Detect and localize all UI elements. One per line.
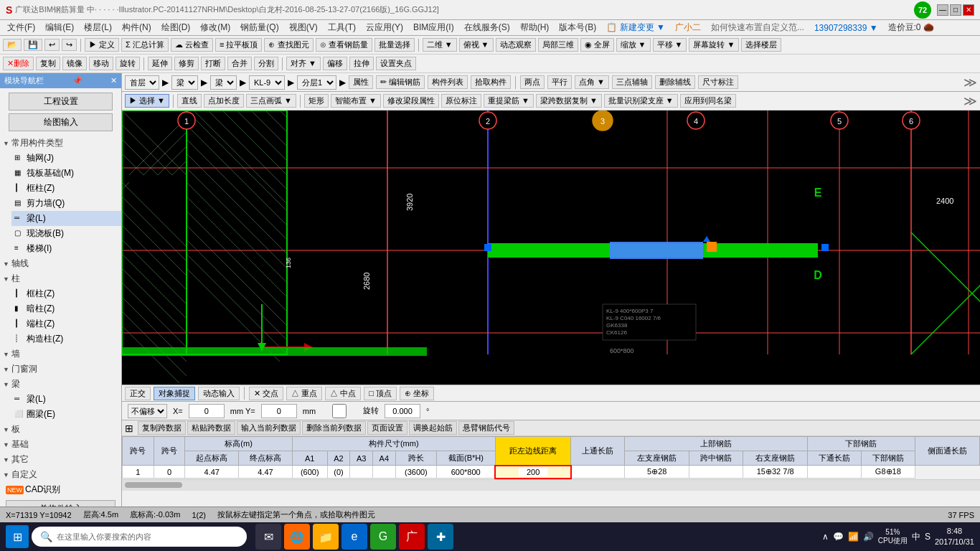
type-select[interactable]: 梁 (171, 75, 198, 90)
taskbar-app-ie[interactable]: e (341, 524, 367, 550)
toolbar-extend[interactable]: 延伸 (148, 57, 172, 70)
taskbar-app-gld[interactable]: 广 (399, 524, 425, 550)
menu-file[interactable]: 文件(F) (3, 20, 39, 35)
sidebar-group-door[interactable]: 门窗洞 (0, 362, 121, 377)
menu-gxe[interactable]: 广小二 (671, 20, 705, 35)
tb-del-aux[interactable]: 删除辅线 (655, 75, 695, 89)
toolbar-zoom[interactable]: 缩放 ▼ (616, 38, 651, 52)
toolbar-trim[interactable]: 修剪 (174, 57, 199, 70)
snap-vertex[interactable]: □ 顶点 (364, 387, 397, 400)
menu-online[interactable]: 在线服务(S) (460, 20, 514, 35)
sidebar-item-axis[interactable]: ⊞轴网(J) (11, 151, 121, 166)
draw-arc[interactable]: 三点画弧 ▼ (246, 94, 296, 108)
sidebar-item-slab[interactable]: ▢现浇板(B) (11, 226, 121, 241)
sidebar-drawing-import[interactable]: 绘图输入 (9, 113, 113, 131)
toolbar-merge[interactable]: 合并 (227, 57, 252, 70)
sidebar-item-stairs[interactable]: ≡楼梯(I) (11, 241, 121, 256)
taskbar-search[interactable]: 🔍 在这里输入你要搜索的内容 (32, 527, 247, 547)
sidebar-item-beam2[interactable]: ═梁(L) (11, 392, 121, 407)
snap-object[interactable]: 对象捕捉 (154, 387, 195, 400)
sidebar-item-端柱[interactable]: ┃端柱(Z) (11, 316, 121, 331)
snap-intersect[interactable]: ✕ 交点 (249, 387, 283, 400)
toolbar-expand[interactable]: ≫ (963, 75, 977, 90)
snap-midpt[interactable]: △ 重点 (286, 387, 322, 400)
sidebar-project-settings[interactable]: 工程设置 (9, 93, 113, 110)
sidebar-single-input[interactable]: 单构件输入 (6, 500, 116, 507)
tray-lang[interactable]: 中 (912, 531, 920, 543)
toolbar-batch-select[interactable]: 批量选择 (374, 38, 415, 52)
toolbar-cloud-check[interactable]: ☁ 云检查 (171, 38, 213, 52)
menu-help[interactable]: 帮助(H) (516, 20, 554, 35)
toolbar-undo[interactable]: ↩ (44, 39, 60, 51)
taskbar-app-file[interactable]: 📁 (313, 524, 339, 550)
draw-identify-support[interactable]: 批量识别梁支座 ▼ (604, 94, 678, 108)
rotate-input[interactable] (385, 404, 420, 418)
tray-network[interactable]: 📶 (848, 532, 859, 542)
toolbar-pan[interactable]: 平移 ▼ (653, 38, 687, 52)
toolbar-move[interactable]: 移动 (89, 57, 113, 70)
toolbar-level-slab[interactable]: ≡ 拉平板顶 (215, 38, 262, 52)
sidebar-group-found2[interactable]: 基础 (0, 437, 121, 452)
toolbar-dynamic[interactable]: 动态观察 (496, 38, 536, 52)
sidebar-item-shearwall[interactable]: ▤剪力墙(Q) (11, 196, 121, 211)
menu-phone[interactable]: 13907298339 ▼ (810, 22, 882, 34)
tray-arrow[interactable]: ∧ (822, 532, 829, 542)
toolbar-split[interactable]: 分割 (254, 57, 278, 70)
taskbar-time[interactable]: 8:48 2017/10/31 (935, 526, 974, 548)
sidebar-item-圈梁[interactable]: ⬜圈梁(E) (11, 407, 121, 422)
sidebar-item-beam[interactable]: ═梁(L) (11, 211, 121, 226)
table-scroll[interactable]: 跨号 跨号 标高(m) 构件尺寸(mm) 距左边线距离 上通长筋 上部钢筋 下部… (122, 436, 980, 479)
sidebar-group-beam2[interactable]: 梁 (0, 377, 121, 392)
menu-quickset[interactable]: 如何快速布置自定义范... (707, 20, 809, 35)
draw-rect[interactable]: 矩形 (304, 94, 329, 108)
menu-edit[interactable]: 编辑(E) (41, 20, 78, 35)
toolbar-copy[interactable]: 复制 (36, 57, 60, 70)
toolbar-rotate[interactable]: 屏幕旋转 ▼ (689, 38, 739, 52)
sidebar-close[interactable]: ✕ (110, 76, 117, 85)
menu-steel-qty[interactable]: 钢筋量(Q) (236, 20, 283, 35)
toolbar-align[interactable]: 对齐 ▼ (286, 57, 321, 70)
taskbar-app-network[interactable]: 🌐 (284, 524, 310, 550)
dist-left-input[interactable] (519, 468, 547, 476)
lock-select[interactable]: 不偏移 (128, 404, 167, 418)
menu-version[interactable]: 版本号(B) (555, 20, 600, 35)
draw-apply-same[interactable]: 应用到同名梁 (680, 94, 736, 108)
draw-select[interactable]: ▶ 选择 ▼ (125, 94, 169, 108)
sidebar-group-slab2[interactable]: 板 (0, 422, 121, 437)
toolbar-2d[interactable]: 二维 ▼ (423, 38, 457, 52)
draw-repick-beam[interactable]: 重提梁筋 ▼ (484, 94, 534, 108)
toolbar-fullscreen[interactable]: ◉ 全屏 (580, 38, 614, 52)
sidebar-group-wall[interactable]: 墙 (0, 347, 121, 362)
tray-sound[interactable]: 🔊 (863, 532, 874, 542)
table-expand-icon[interactable]: ⊞ (125, 423, 133, 434)
sidebar-item-found[interactable]: ▦筏板基础(M) (11, 166, 121, 181)
minimize-button[interactable]: — (937, 4, 948, 16)
x-input[interactable]: 0 (189, 404, 225, 418)
snap-coord[interactable]: ⊕ 坐标 (400, 387, 434, 400)
sidebar-item-column[interactable]: ┃框柱(Z) (11, 181, 121, 196)
menu-cloud[interactable]: 云应用(Y) (362, 20, 407, 35)
sidebar-item-cad[interactable]: NEWCAD识别 (0, 482, 121, 497)
sidebar-item-framecol[interactable]: ┃框柱(Z) (11, 286, 121, 301)
toolbar-view-steel[interactable]: ⊙ 查看钢筋量 (316, 38, 372, 52)
tb-three-aux[interactable]: 三点辅轴 (612, 75, 652, 89)
toolbar-open[interactable]: 📂 (3, 39, 22, 51)
h-scrollbar[interactable] (122, 479, 980, 491)
tb-elem-list[interactable]: 构件列表 (428, 75, 468, 89)
toolbar-rotate2[interactable]: 旋转 (116, 57, 140, 70)
layer-select[interactable]: 分层1 (297, 75, 336, 90)
ttb-paste-span[interactable]: 粘贴跨数据 (187, 421, 235, 435)
menu-price[interactable]: 造价豆:0 🌰 (884, 20, 938, 35)
tb-property[interactable]: 属性 (349, 75, 373, 89)
draw-smart[interactable]: 智能布置 ▼ (331, 94, 381, 108)
sidebar-group-axis[interactable]: 轴线 (0, 256, 121, 271)
element-select[interactable]: KL-9 (249, 75, 285, 90)
draw-expand[interactable]: ≫ (963, 93, 977, 109)
taskbar-app-mail[interactable]: ✉ (255, 524, 281, 550)
ttb-input-col[interactable]: 输入当前列数据 (237, 421, 301, 435)
menu-view[interactable]: 视图(V) (285, 20, 322, 35)
sidebar-group-column2[interactable]: 柱 (0, 271, 121, 286)
draw-copy-span[interactable]: 梁跨数据复制 ▼ (536, 94, 602, 108)
tb-dim[interactable]: 尺寸标注 (698, 75, 738, 89)
toolbar-break[interactable]: 打断 (201, 57, 225, 70)
